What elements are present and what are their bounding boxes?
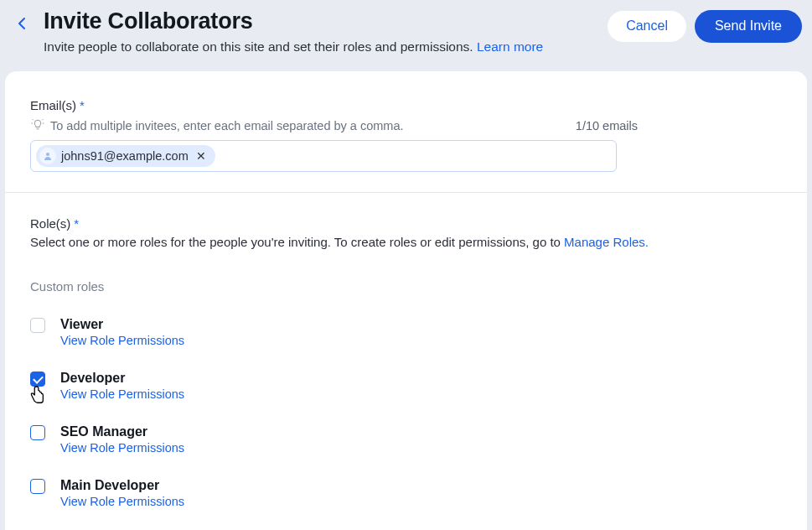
emails-hint: To add multiple invitees, enter each ema… [50,119,404,132]
role-name: Developer [60,371,184,386]
role-checkbox[interactable] [30,479,45,494]
view-permissions-link[interactable]: View Role Permissions [60,334,184,347]
roles-description-text: Select one or more roles for the people … [30,235,564,249]
emails-input[interactable]: johns91@example.com ✕ [30,140,617,172]
role-checkbox[interactable] [30,318,45,333]
send-invite-button[interactable]: Send Invite [695,10,802,43]
svg-line-4 [42,119,43,120]
cancel-button[interactable]: Cancel [608,11,686,42]
email-chip-text: johns91@example.com [61,149,189,163]
svg-line-3 [33,119,34,120]
learn-more-link[interactable]: Learn more [477,39,543,54]
main-card: Email(s)* To add multiple invitees, ente… [5,71,807,530]
required-asterisk: * [80,98,85,112]
manage-roles-link[interactable]: Manage Roles. [564,235,649,249]
role-item: ViewerView Role Permissions [30,317,782,347]
role-text: Main DeveloperView Role Permissions [60,478,184,508]
view-permissions-link[interactable]: View Role Permissions [60,387,184,401]
subtitle-text: Invite people to collaborate on this sit… [44,39,477,54]
required-asterisk: * [74,216,79,231]
role-text: SEO ManagerView Role Permissions [60,424,184,455]
roles-description: Select one or more roles for the people … [30,235,782,249]
role-name: Viewer [60,317,184,332]
role-text: DeveloperView Role Permissions [60,371,184,401]
role-item: SEO ManagerView Role Permissions [30,424,782,455]
lightbulb-icon [30,118,45,133]
avatar-icon [39,148,56,164]
page-title: Invite Collaborators [44,8,601,34]
role-item: Main DeveloperView Role Permissions [30,478,782,508]
role-checkbox[interactable] [30,425,45,440]
emails-label: Email(s) [30,98,76,112]
view-permissions-link[interactable]: View Role Permissions [60,441,184,455]
view-permissions-link[interactable]: View Role Permissions [60,495,184,508]
custom-roles-heading: Custom roles [30,279,782,294]
email-chip: johns91@example.com ✕ [36,145,215,167]
remove-chip-icon[interactable]: ✕ [194,150,209,162]
emails-counter: 1/10 emails [576,119,638,132]
svg-point-5 [46,153,49,156]
role-item: DeveloperView Role Permissions [30,371,782,401]
emails-section: Email(s)* To add multiple invitees, ente… [5,71,807,192]
back-button[interactable] [10,12,34,35]
roles-label: Role(s) [30,216,70,231]
roles-section: Role(s)* Select one or more roles for th… [5,193,807,530]
role-checkbox[interactable] [30,372,45,387]
role-name: Main Developer [60,478,184,493]
role-name: SEO Manager [60,424,184,439]
page-subtitle: Invite people to collaborate on this sit… [44,39,601,55]
role-text: ViewerView Role Permissions [60,317,184,347]
